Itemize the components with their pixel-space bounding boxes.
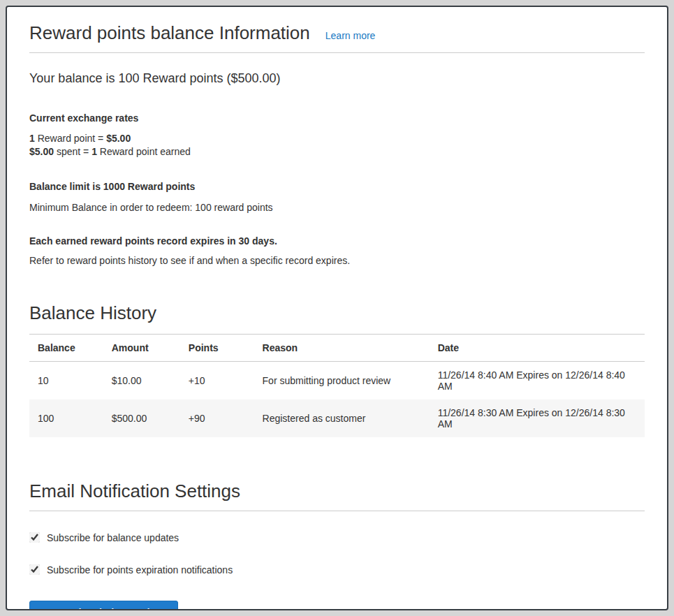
rate2-points: 1 — [91, 146, 97, 157]
rate2-value: $5.00 — [29, 146, 54, 157]
column-header-reason: Reason — [254, 334, 430, 361]
cell-points: +90 — [180, 399, 254, 437]
reward-points-panel: Reward points balance Information Learn … — [6, 6, 668, 610]
balance-history-title: Balance History — [29, 302, 645, 324]
exchange-rates-title: Current exchange rates — [29, 112, 645, 124]
subscribe-balance-field: Subscribe for balance updates — [29, 532, 645, 543]
cell-balance: 100 — [29, 399, 103, 437]
cell-points: +10 — [180, 361, 254, 399]
subscribe-expiration-label[interactable]: Subscribe for points expiration notifica… — [47, 564, 233, 575]
table-row: 10 $10.00 +10 For submitting product rev… — [29, 361, 645, 399]
rate2-text1: spent = — [54, 146, 91, 157]
header-divider — [29, 52, 645, 53]
header: Reward points balance Information Learn … — [29, 22, 645, 44]
table-row: 100 $500.00 +90 Registered as customer 1… — [29, 399, 645, 437]
subscribe-balance-label[interactable]: Subscribe for balance updates — [47, 532, 179, 543]
table-header-row: Balance Amount Points Reason Date — [29, 334, 645, 361]
subscribe-balance-checkbox[interactable] — [29, 532, 40, 543]
balance-history-table: Balance Amount Points Reason Date 10 $10… — [29, 334, 645, 437]
column-header-points: Points — [180, 334, 254, 361]
cell-balance: 10 — [29, 361, 103, 399]
column-header-balance: Balance — [29, 334, 103, 361]
expiration-text: Each earned reward points record expires… — [29, 235, 645, 247]
exchange-rate-lines: 1 Reward point = $5.00 $5.00 spent = 1 R… — [29, 132, 645, 159]
cell-amount: $500.00 — [103, 399, 180, 437]
rate-line-1: 1 Reward point = $5.00 — [29, 133, 131, 144]
balance-summary: Your balance is 100 Reward points ($500.… — [29, 71, 645, 86]
learn-more-link[interactable]: Learn more — [325, 30, 376, 41]
balance-limit-text: Balance limit is 1000 Reward points — [29, 181, 645, 192]
subscribe-expiration-field: Subscribe for points expiration notifica… — [29, 564, 645, 575]
cell-amount: $10.00 — [103, 361, 180, 399]
rate1-text: Reward point = — [35, 133, 106, 144]
email-settings-title: Email Notification Settings — [29, 481, 645, 502]
column-header-amount: Amount — [103, 334, 180, 361]
subscribe-expiration-checkbox[interactable] — [29, 564, 40, 575]
column-header-date: Date — [430, 334, 645, 361]
cell-reason: For submitting product review — [254, 361, 430, 399]
rate1-points: 1 — [29, 133, 35, 144]
minimum-balance-text: Minimum Balance in order to redeem: 100 … — [29, 202, 645, 213]
cell-reason: Registered as customer — [254, 399, 430, 437]
page-title: Reward points balance Information — [29, 22, 310, 44]
cell-date: 11/26/14 8:30 AM Expires on 12/26/14 8:3… — [430, 399, 645, 437]
cell-date: 11/26/14 8:40 AM Expires on 12/26/14 8:4… — [430, 361, 645, 399]
expiration-note: Refer to reward points history to see if… — [29, 255, 645, 266]
save-subscription-button[interactable]: Save Subscription Settings — [29, 601, 178, 610]
rate-line-2: $5.00 spent = 1 Reward point earned — [29, 146, 191, 157]
rate1-value: $5.00 — [106, 133, 131, 144]
email-settings-divider — [29, 511, 645, 511]
rate2-text2: Reward point earned — [97, 146, 191, 157]
